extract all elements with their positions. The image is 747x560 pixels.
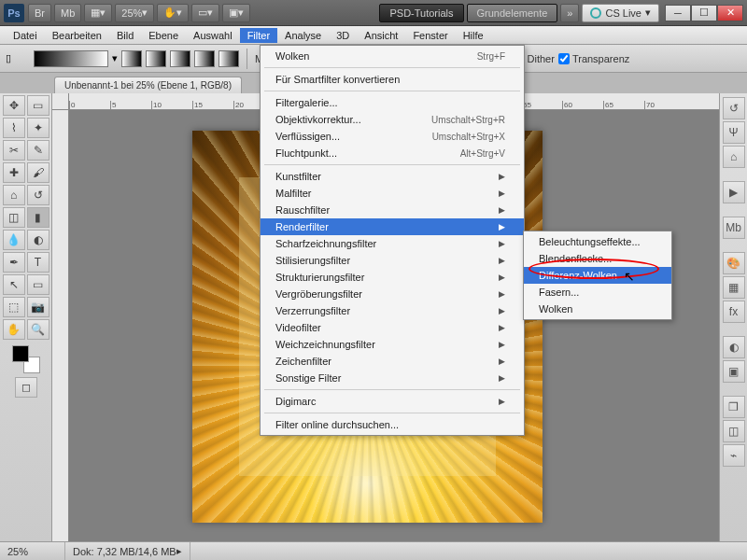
status-docsize[interactable]: Dok: 7,32 MB/14,6 MB ▸	[65, 542, 190, 560]
panel-clone-icon[interactable]: ⌂	[723, 146, 745, 168]
3d-tool[interactable]: ⬚	[3, 297, 25, 317]
ruler-vertical[interactable]	[52, 110, 69, 541]
filter-cat-brush[interactable]: Malfilter▶	[261, 185, 524, 202]
filter-cat-texture[interactable]: Strukturierungsfilter▶	[261, 269, 524, 286]
menu-ansicht[interactable]: Ansicht	[357, 28, 405, 43]
gradient-preview[interactable]	[34, 50, 108, 67]
filter-recent[interactable]: WolkenStrg+F	[261, 48, 524, 64]
menu-bild[interactable]: Bild	[109, 28, 141, 43]
filter-cat-video[interactable]: Videofilter▶	[261, 319, 524, 336]
panel-masks-icon[interactable]: ▣	[723, 360, 745, 383]
gradient-tool-icon[interactable]: ▯	[6, 52, 30, 64]
arrange-button[interactable]: ▭▾	[191, 4, 219, 22]
shape-tool[interactable]: ▭	[27, 274, 49, 295]
gradient-angle[interactable]	[170, 50, 190, 67]
menu-bearbeiten[interactable]: Bearbeiten	[45, 28, 109, 43]
close-button[interactable]: ✕	[717, 5, 743, 21]
gradient-diamond[interactable]	[218, 50, 239, 67]
panel-layers-icon[interactable]: ❐	[723, 396, 745, 418]
filter-lens[interactable]: Objektivkorrektur...Umschalt+Strg+R	[261, 111, 524, 128]
filter-cat-pixelate[interactable]: Vergröberungsfilter▶	[261, 286, 524, 302]
3d-camera-tool[interactable]: 📷	[27, 297, 49, 317]
filter-cat-stylize[interactable]: Stilisierungsfilter▶	[261, 252, 524, 269]
heal-tool[interactable]: ✚	[3, 162, 25, 183]
dropdown-arrow-icon[interactable]: ▾	[112, 52, 118, 64]
menu-auswahl[interactable]: Auswahl	[186, 28, 240, 43]
panel-play-icon[interactable]: ▶	[723, 181, 745, 203]
marquee-tool[interactable]: ▭	[27, 95, 49, 116]
pen-tool[interactable]: ✒	[3, 252, 25, 273]
wand-tool[interactable]: ✦	[27, 118, 49, 138]
zoom-tool[interactable]: 🔍	[27, 319, 49, 340]
menu-filter[interactable]: Filter	[240, 28, 277, 43]
panel-paths-icon[interactable]: ⌁	[723, 444, 745, 467]
filter-liquify[interactable]: Verflüssigen...Umschalt+Strg+X	[261, 128, 524, 145]
cs-live-button[interactable]: CS Live ▾	[582, 4, 659, 22]
gradient-linear[interactable]	[121, 50, 142, 67]
panel-swatches-icon[interactable]: ▦	[723, 276, 745, 299]
filter-cat-artistic[interactable]: Kunstfilter▶	[261, 168, 524, 185]
minibridge-button[interactable]: Mb	[54, 4, 81, 22]
view-extras-button[interactable]: ▦▾	[84, 4, 112, 22]
filter-gallery[interactable]: Filtergalerie...	[261, 94, 524, 111]
crop-tool[interactable]: ✂	[3, 140, 25, 161]
dodge-tool[interactable]: ◐	[27, 230, 49, 250]
filter-cat-other[interactable]: Sonstige Filter▶	[261, 370, 524, 386]
panel-adjustments-icon[interactable]: ◐	[723, 336, 745, 358]
blur-tool[interactable]: 💧	[3, 230, 25, 250]
menu-datei[interactable]: Datei	[6, 28, 45, 43]
panel-color-icon[interactable]: 🎨	[723, 252, 745, 274]
document-tab[interactable]: Unbenannt-1 bei 25% (Ebene 1, RGB/8)	[54, 77, 242, 93]
more-workspaces[interactable]: »	[560, 4, 579, 22]
eyedropper-tool[interactable]: ✎	[27, 140, 49, 161]
hand-tool-button[interactable]: ✋▾	[157, 4, 189, 22]
render-fibers[interactable]: Fasern...	[524, 284, 671, 301]
filter-cat-blur[interactable]: Weichzeichnungsfilter▶	[261, 336, 524, 353]
color-swatches[interactable]	[12, 345, 40, 373]
filter-cat-sketch[interactable]: Zeichenfilter▶	[261, 353, 524, 370]
psd-tutorials-button[interactable]: PSD-Tutorials	[379, 4, 463, 22]
panel-bridge-icon[interactable]: Mb	[723, 217, 745, 239]
gradient-reflected[interactable]	[194, 50, 215, 67]
menu-fenster[interactable]: Fenster	[405, 28, 455, 43]
render-difference-clouds[interactable]: Differenz-Wolken	[524, 267, 671, 284]
panel-channels-icon[interactable]: ◫	[723, 420, 745, 442]
panel-styles-icon[interactable]: fx	[723, 301, 745, 323]
filter-cat-sharpen[interactable]: Scharfzeichnungsfilter▶	[261, 235, 524, 252]
workspace-switcher[interactable]: Grundelemente	[467, 4, 558, 22]
ruler-origin[interactable]	[52, 93, 69, 110]
filter-online[interactable]: Filter online durchsuchen...	[261, 416, 524, 433]
brush-tool[interactable]: 🖌	[27, 162, 49, 183]
stamp-tool[interactable]: ⌂	[3, 185, 25, 205]
filter-cat-distort[interactable]: Verzerrungsfilter▶	[261, 302, 524, 319]
panel-brush-icon[interactable]: Ψ	[723, 121, 745, 144]
filter-digimarc[interactable]: Digimarc▶	[261, 393, 524, 410]
path-tool[interactable]: ↖	[3, 274, 25, 295]
quickmask-toggle[interactable]: ◻	[15, 377, 37, 398]
filter-cat-render[interactable]: Renderfilter▶	[261, 218, 524, 235]
hand-tool[interactable]: ✋	[3, 319, 25, 340]
status-zoom[interactable]: 25%	[0, 542, 65, 560]
maximize-button[interactable]: ☐	[691, 5, 717, 21]
zoom-level[interactable]: 25% ▾	[115, 4, 154, 22]
filter-vanishing[interactable]: Fluchtpunkt...Alt+Strg+V	[261, 145, 524, 161]
menu-3d[interactable]: 3D	[329, 28, 357, 43]
gradient-radial[interactable]	[146, 50, 166, 67]
type-tool[interactable]: T	[27, 252, 49, 273]
screen-mode-button[interactable]: ▣▾	[222, 4, 250, 22]
render-clouds[interactable]: Wolken	[524, 301, 671, 317]
filter-smartfilter[interactable]: Für Smartfilter konvertieren	[261, 71, 524, 88]
menu-hilfe[interactable]: Hilfe	[456, 28, 491, 43]
filter-cat-noise[interactable]: Rauschfilter▶	[261, 202, 524, 218]
bridge-button[interactable]: Br	[28, 4, 51, 22]
minimize-button[interactable]: ─	[665, 5, 691, 21]
transparency-checkbox[interactable]: Transparenz	[558, 53, 629, 64]
history-brush-tool[interactable]: ↺	[27, 185, 49, 205]
gradient-tool[interactable]: ▮	[27, 207, 49, 228]
menu-ebene[interactable]: Ebene	[141, 28, 186, 43]
move-tool[interactable]: ✥	[3, 95, 25, 116]
menu-analyse[interactable]: Analyse	[277, 28, 329, 43]
lasso-tool[interactable]: ⌇	[3, 118, 25, 138]
eraser-tool[interactable]: ◫	[3, 207, 25, 228]
render-lensflare[interactable]: Blendenflecke...	[524, 250, 671, 267]
